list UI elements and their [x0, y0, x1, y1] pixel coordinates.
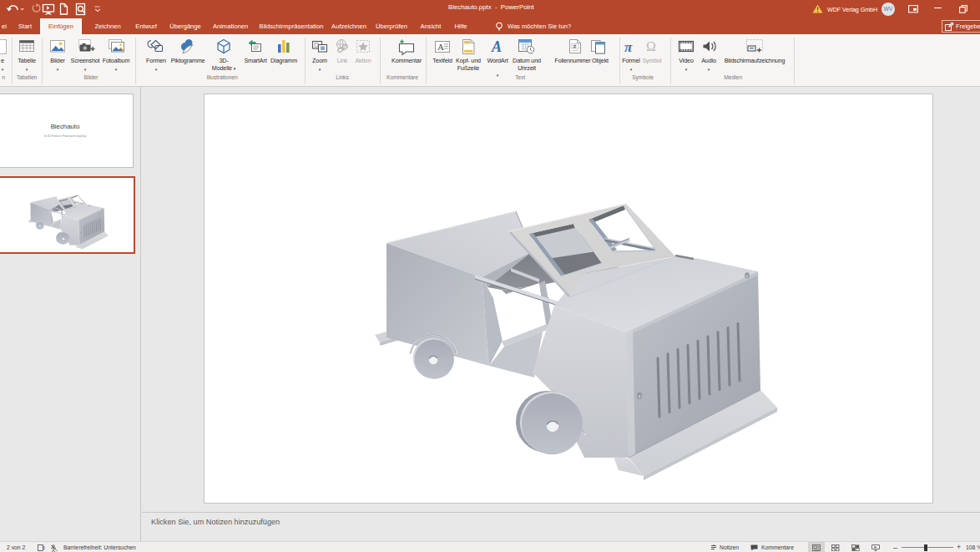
svg-text:π: π — [624, 39, 633, 55]
svg-text:3: 3 — [43, 545, 45, 550]
svg-text:A: A — [491, 38, 502, 55]
svg-text:Ω: Ω — [646, 39, 656, 53]
svg-text:A: A — [437, 42, 444, 52]
svg-text:#: # — [573, 43, 577, 49]
